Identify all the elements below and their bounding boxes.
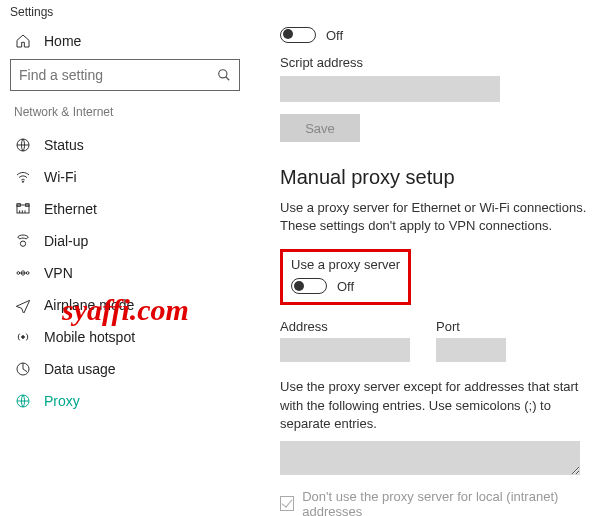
sidebar-item-wifi[interactable]: Wi-Fi xyxy=(8,161,242,193)
local-checkbox[interactable] xyxy=(280,496,294,511)
port-label: Port xyxy=(436,319,506,334)
local-addresses-row[interactable]: Don't use the proxy server for local (in… xyxy=(280,489,603,516)
highlight-use-proxy: Use a proxy server Off xyxy=(280,249,411,305)
data-usage-icon xyxy=(14,361,32,377)
search-box[interactable] xyxy=(10,59,240,91)
port-input[interactable] xyxy=(436,338,506,362)
sidebar-item-hotspot[interactable]: Mobile hotspot xyxy=(8,321,242,353)
svg-point-15 xyxy=(22,336,25,339)
script-address-input[interactable] xyxy=(280,76,500,102)
sidebar-item-airplane[interactable]: Airplane mode xyxy=(8,289,242,321)
sidebar-item-ethernet[interactable]: Ethernet xyxy=(8,193,242,225)
manual-proxy-desc: Use a proxy server for Ethernet or Wi-Fi… xyxy=(280,199,590,235)
auto-toggle-row: Off xyxy=(280,27,603,43)
ethernet-icon xyxy=(14,201,32,217)
sidebar-item-label: Mobile hotspot xyxy=(44,329,135,345)
sidebar-section-label: Network & Internet xyxy=(8,105,242,129)
app-title: Settings xyxy=(0,0,611,21)
sidebar-item-status[interactable]: Status xyxy=(8,129,242,161)
sidebar-item-label: VPN xyxy=(44,265,73,281)
sidebar-home[interactable]: Home xyxy=(8,27,242,59)
sidebar-item-label: Wi-Fi xyxy=(44,169,77,185)
sidebar-item-label: Airplane mode xyxy=(44,297,134,313)
sidebar-item-label: Status xyxy=(44,137,84,153)
use-proxy-label: Use a proxy server xyxy=(291,257,400,272)
svg-line-1 xyxy=(226,77,230,81)
status-icon xyxy=(14,137,32,153)
airplane-icon xyxy=(14,297,32,313)
wifi-icon xyxy=(14,169,32,185)
hotspot-icon xyxy=(14,329,32,345)
proxy-icon xyxy=(14,393,32,409)
svg-point-12 xyxy=(26,272,29,275)
sidebar-item-dialup[interactable]: Dial-up xyxy=(8,225,242,257)
svg-point-10 xyxy=(20,241,25,246)
address-label: Address xyxy=(280,319,410,334)
svg-point-11 xyxy=(17,272,20,275)
dialup-icon xyxy=(14,233,32,249)
address-input[interactable] xyxy=(280,338,410,362)
local-checkbox-label: Don't use the proxy server for local (in… xyxy=(302,489,603,516)
sidebar-item-label: Dial-up xyxy=(44,233,88,249)
use-proxy-toggle[interactable] xyxy=(291,278,327,294)
manual-proxy-heading: Manual proxy setup xyxy=(280,166,603,189)
search-icon xyxy=(217,68,231,82)
exceptions-text: Use the proxy server except for addresse… xyxy=(280,378,590,433)
home-icon xyxy=(14,33,32,49)
use-proxy-state: Off xyxy=(337,279,354,294)
sidebar-item-datausage[interactable]: Data usage xyxy=(8,353,242,385)
vpn-icon xyxy=(14,265,32,281)
home-label: Home xyxy=(44,33,81,49)
auto-toggle-state: Off xyxy=(326,28,343,43)
auto-detect-toggle[interactable] xyxy=(280,27,316,43)
sidebar-item-proxy[interactable]: Proxy xyxy=(8,385,242,417)
svg-point-3 xyxy=(22,181,23,182)
sidebar-item-label: Proxy xyxy=(44,393,80,409)
exceptions-input[interactable] xyxy=(280,441,580,475)
auto-save-button[interactable]: Save xyxy=(280,114,360,142)
content-pane: Off Script address Save Manual proxy set… xyxy=(250,21,611,516)
search-input[interactable] xyxy=(19,67,217,83)
sidebar-item-vpn[interactable]: VPN xyxy=(8,257,242,289)
svg-point-0 xyxy=(219,70,227,78)
sidebar-item-label: Data usage xyxy=(44,361,116,377)
script-address-label: Script address xyxy=(280,55,603,70)
sidebar-item-label: Ethernet xyxy=(44,201,97,217)
sidebar: Home Network & Internet Status Wi-Fi xyxy=(0,21,250,516)
